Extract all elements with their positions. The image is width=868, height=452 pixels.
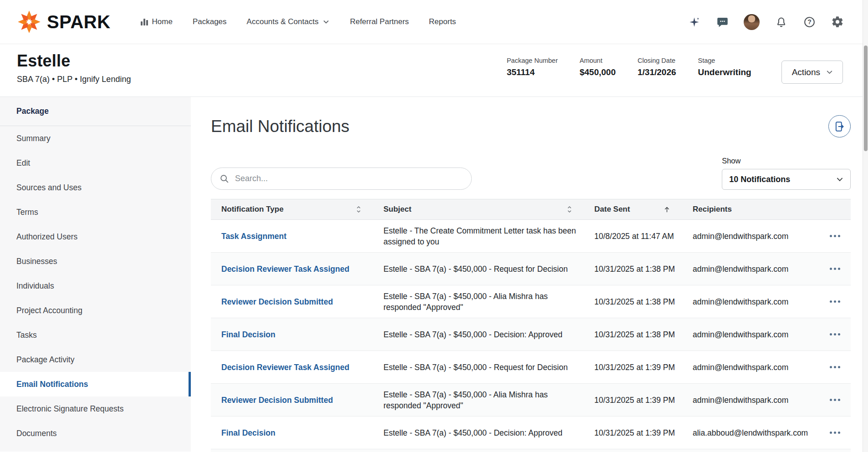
row-menu-button[interactable] xyxy=(826,264,844,274)
sidebar-item-label: Tasks xyxy=(16,330,37,340)
table-row: Final Decision Estelle - SBA 7(a) - $450… xyxy=(211,318,851,351)
sidebar-item[interactable]: Sources and Uses xyxy=(0,175,191,200)
column-header-recipients[interactable]: Recipients xyxy=(693,199,819,219)
sidebar-item-label: Email Notifications xyxy=(16,380,88,389)
column-header-notification-type[interactable]: Notification Type xyxy=(211,199,383,219)
export-button[interactable] xyxy=(828,115,851,137)
show-select-value: 10 Notifications xyxy=(729,175,790,184)
primary-nav: Home Packages Accounts & Contacts xyxy=(141,17,456,26)
row-menu-button[interactable] xyxy=(826,395,844,405)
nav-item[interactable]: Reports xyxy=(429,17,456,26)
sidebar-item[interactable]: Tasks xyxy=(0,323,191,347)
sidebar-item-label: Individuals xyxy=(16,281,54,291)
notification-type-link[interactable]: Decision Reviewer Task Assigned xyxy=(221,264,349,274)
sidebar-item-label: Edit xyxy=(16,158,30,168)
sidebar-item[interactable]: Project Accounting xyxy=(0,298,191,323)
row-menu-button[interactable] xyxy=(826,362,844,372)
top-nav: SPARK Home Packages Accounts & Con xyxy=(0,0,868,44)
recipients-cell: admin@lendwithspark.com xyxy=(693,220,819,252)
notification-type-link[interactable]: Reviewer Decision Submitted xyxy=(221,296,333,307)
nav-item-label: Packages xyxy=(193,17,227,26)
brand-logo[interactable]: SPARK xyxy=(17,10,111,34)
meta-field: Closing Date 1/31/2026 xyxy=(638,57,676,77)
chevron-down-icon xyxy=(836,175,844,183)
ai-sparkle-icon[interactable] xyxy=(687,15,701,29)
recipients-cell: admin@lendwithspark.com xyxy=(693,351,819,383)
sidebar-item[interactable]: Package xyxy=(0,97,191,126)
subject-cell: Estelle - SBA 7(a) - $450,000 - Request … xyxy=(383,351,594,383)
recipients-cell: admin@lendwithspark.com xyxy=(693,384,819,416)
table-row: Reviewer Decision Submitted Estelle - SB… xyxy=(211,384,851,416)
notification-type-link[interactable]: Final Decision xyxy=(221,427,276,438)
subject-cell: Estelle - SBA 7(a) - $450,000 - Decision… xyxy=(383,318,594,350)
date-sent-cell: 10/31/2025 at 1:39 PM xyxy=(594,351,693,383)
sidebar-item-label: Businesses xyxy=(16,257,57,266)
search-input[interactable] xyxy=(235,174,463,183)
sidebar-item-label: Project Accounting xyxy=(16,306,82,315)
notification-type-cell: Task Assignment xyxy=(211,220,383,252)
sidebar-item[interactable]: Documents xyxy=(0,421,191,446)
table-body: Task Assignment Estelle - The Create Com… xyxy=(211,220,851,452)
actions-label: Actions xyxy=(792,67,820,77)
table-row: Final Decision Estelle - SBA 7(a) - $450… xyxy=(211,416,851,449)
meta-value: 351114 xyxy=(507,67,558,77)
row-menu-button[interactable] xyxy=(826,297,844,306)
sidebar-item[interactable]: Edit xyxy=(0,151,191,175)
table-row-partial xyxy=(211,449,851,452)
show-select[interactable]: 10 Notifications xyxy=(722,169,851,190)
column-header-subject[interactable]: Subject xyxy=(383,199,594,219)
nav-item[interactable]: Accounts & Contacts xyxy=(247,17,330,26)
help-icon[interactable]: ? xyxy=(802,15,816,29)
bar-chart-icon xyxy=(141,18,148,25)
notification-type-link[interactable]: Reviewer Decision Submitted xyxy=(221,395,333,406)
sidebar-item[interactable]: Summary xyxy=(0,126,191,151)
meta-value: $450,000 xyxy=(580,67,616,77)
scrollbar-thumb[interactable] xyxy=(864,46,868,151)
notification-type-cell: Final Decision xyxy=(211,318,383,350)
actions-button[interactable]: Actions xyxy=(781,61,843,84)
meta-label: Stage xyxy=(698,57,751,64)
subject-cell: Estelle - SBA 7(a) - $450,000 - Alia Mis… xyxy=(383,285,594,318)
row-menu-button[interactable] xyxy=(826,330,844,339)
row-actions-cell xyxy=(819,253,851,285)
sidebar-item[interactable]: Electronic Signature Requests xyxy=(0,396,191,421)
row-actions-cell xyxy=(819,285,851,318)
vertical-scrollbar[interactable] xyxy=(863,0,868,452)
search-box[interactable] xyxy=(211,168,472,190)
sidebar-item[interactable]: Authorized Users xyxy=(0,224,191,249)
notification-type-link[interactable]: Final Decision xyxy=(221,329,276,340)
column-header-date-sent[interactable]: Date Sent xyxy=(594,199,693,219)
date-sent-cell: 10/8/2025 at 11:47 AM xyxy=(594,220,693,252)
subject-cell: Estelle - SBA 7(a) - $450,000 - Alia Mis… xyxy=(383,384,594,416)
meta-label: Closing Date xyxy=(638,57,676,64)
row-menu-button[interactable] xyxy=(826,231,844,241)
package-meta: Package Number 351114 Amount $450,000 Cl… xyxy=(507,57,751,77)
nav-item[interactable]: Home xyxy=(141,17,173,26)
nav-item[interactable]: Packages xyxy=(193,17,227,26)
package-subtitle: SBA 7(a) • PLP • Ignify Lending xyxy=(17,75,131,84)
brand-name: SPARK xyxy=(47,12,111,32)
notifications-bell-icon[interactable] xyxy=(774,15,788,29)
notification-type-link[interactable]: Task Assignment xyxy=(221,231,286,242)
sidebar-item[interactable]: Terms xyxy=(0,200,191,224)
sidebar-item[interactable]: Email Notifications xyxy=(0,372,191,396)
recipients-cell: alia.abboud@lendwithspark.com xyxy=(693,416,819,449)
nav-item-label: Accounts & Contacts xyxy=(247,17,319,26)
sidebar-item[interactable]: Businesses xyxy=(0,249,191,274)
date-sent-cell: 10/31/2025 at 1:39 PM xyxy=(594,384,693,416)
sidebar-item[interactable]: Individuals xyxy=(0,274,191,298)
notification-type-link[interactable]: Decision Reviewer Task Assigned xyxy=(221,362,349,373)
chat-icon[interactable] xyxy=(715,15,729,29)
subject-cell: Estelle - The Create Commitment Letter t… xyxy=(383,220,594,252)
sidebar-item-label: Package xyxy=(16,107,49,116)
sidebar-item-label: Documents xyxy=(16,429,57,438)
row-actions-cell xyxy=(819,384,851,416)
sidebar-item[interactable]: Package Activity xyxy=(0,347,191,372)
row-menu-button[interactable] xyxy=(826,428,844,437)
sidebar: Package Summary Edit Sources and Uses Te… xyxy=(0,97,191,452)
settings-gear-icon[interactable] xyxy=(831,15,844,29)
chevron-down-icon xyxy=(826,68,833,76)
subject-cell: Estelle - SBA 7(a) - $450,000 - Decision… xyxy=(383,416,594,449)
nav-item[interactable]: Referral Partners xyxy=(350,17,408,26)
user-avatar[interactable] xyxy=(744,14,760,30)
